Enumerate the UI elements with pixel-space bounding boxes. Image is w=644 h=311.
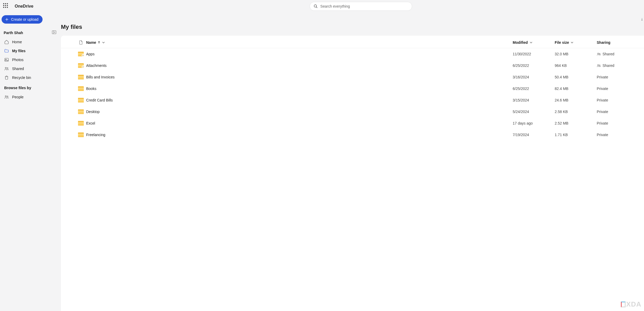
file-name: Excel <box>86 121 513 125</box>
file-row[interactable]: Desktop5/24/20242.58 KBPrivate <box>61 106 644 117</box>
svg-rect-6 <box>5 58 8 61</box>
folder-icon <box>78 98 84 103</box>
folder-icon <box>78 109 84 114</box>
svg-point-11 <box>7 96 8 97</box>
file-size: 2.52 MB <box>555 121 597 125</box>
file-modified: 6/25/2022 <box>513 87 555 91</box>
file-sharing: Private <box>597 87 639 91</box>
nav-item-home[interactable]: Home <box>2 37 59 46</box>
svg-point-0 <box>314 5 316 7</box>
search-icon <box>314 4 318 8</box>
collapse-sidebar-icon[interactable] <box>52 30 56 35</box>
nav-label: Shared <box>12 67 24 71</box>
file-row[interactable]: Books6/25/202282.4 MBPrivate <box>61 83 644 94</box>
file-modified: 3/16/2024 <box>513 75 555 79</box>
shared-badge-icon <box>82 66 85 68</box>
folder-icon <box>4 49 9 53</box>
svg-point-9 <box>7 68 8 69</box>
app-launcher-icon[interactable] <box>3 3 9 9</box>
file-modified: 5/24/2024 <box>513 110 555 114</box>
file-sharing: Private <box>597 98 639 102</box>
column-label: Name <box>86 40 96 45</box>
recycle-icon <box>4 75 9 80</box>
user-name: Parth Shah <box>4 31 23 35</box>
page-title: My files <box>61 13 644 36</box>
people-icon <box>4 95 9 99</box>
file-row[interactable]: Attachments6/25/2022964 KBShared <box>61 60 644 71</box>
home-icon <box>4 40 9 44</box>
svg-point-17 <box>83 67 84 67</box>
file-size: 50.4 MB <box>555 75 597 79</box>
download-arrow-icon[interactable]: ↓ <box>641 17 643 22</box>
file-sharing: Private <box>597 75 639 79</box>
column-header-modified[interactable]: Modified <box>513 40 555 45</box>
file-sharing: Shared <box>597 63 639 68</box>
watermark-text: XDA <box>626 300 641 308</box>
nav-item-shared[interactable]: Shared <box>2 64 59 73</box>
file-name: Attachments <box>86 63 513 68</box>
browse-section-title: Browse files by <box>2 82 59 92</box>
folder-icon <box>78 75 84 79</box>
file-listing: Name Modified File size Sharing <box>61 36 644 311</box>
sidebar: Create or upload Parth Shah Home My file… <box>0 13 61 311</box>
svg-point-14 <box>598 53 599 54</box>
watermark: XDA <box>621 300 641 308</box>
folder-icon <box>78 63 84 68</box>
svg-point-19 <box>599 65 600 66</box>
file-row[interactable]: Apps11/30/202232.0 MBShared <box>61 48 644 60</box>
file-sharing: Private <box>597 110 639 114</box>
file-sharing: Private <box>597 121 639 125</box>
chevron-down-icon <box>102 41 105 44</box>
svg-line-1 <box>316 7 317 8</box>
topbar: OneDrive <box>0 0 644 13</box>
column-label: File size <box>555 40 569 45</box>
nav-label: People <box>12 95 24 99</box>
create-upload-label: Create or upload <box>11 17 38 22</box>
file-size: 2.58 KB <box>555 110 597 114</box>
photos-icon <box>4 57 9 62</box>
column-label: Modified <box>513 40 528 45</box>
column-header-sharing[interactable]: Sharing <box>597 40 639 45</box>
column-header-name[interactable]: Name <box>86 40 513 45</box>
svg-point-12 <box>82 55 83 55</box>
search-box[interactable] <box>310 2 412 11</box>
nav-item-people[interactable]: People <box>2 93 59 101</box>
nav-item-recycle-bin[interactable]: Recycle bin <box>2 73 59 82</box>
nav-label: Recycle bin <box>12 76 31 80</box>
svg-point-13 <box>83 55 84 56</box>
file-name: Books <box>86 87 513 91</box>
file-row[interactable]: Credit Card Bills3/15/202424.6 MBPrivate <box>61 94 644 106</box>
chevron-down-icon <box>529 41 533 44</box>
file-modified: 17 days ago <box>513 121 555 125</box>
file-modified: 3/15/2024 <box>513 98 555 102</box>
folder-icon <box>78 52 84 56</box>
file-name: Desktop <box>86 110 513 114</box>
folder-icon <box>78 121 84 126</box>
file-name: Bills and Invoices <box>86 75 513 79</box>
plus-icon <box>5 17 9 22</box>
file-sharing: Private <box>597 133 639 137</box>
folder-icon <box>78 132 84 137</box>
file-modified: 7/19/2024 <box>513 133 555 137</box>
file-row[interactable]: Excel17 days ago2.52 MBPrivate <box>61 117 644 129</box>
create-upload-button[interactable]: Create or upload <box>2 15 43 24</box>
primary-nav: Home My files Photos Shared Recycle bin <box>2 37 59 82</box>
watermark-logo-icon <box>621 302 626 307</box>
file-row[interactable]: Freelancing7/19/20241.71 KBPrivate <box>61 129 644 141</box>
column-label: Sharing <box>597 40 610 45</box>
file-size: 32.0 MB <box>555 52 597 56</box>
file-size: 1.71 KB <box>555 133 597 137</box>
file-row[interactable]: Bills and Invoices3/16/202450.4 MBPrivat… <box>61 71 644 83</box>
file-name: Apps <box>86 52 513 56</box>
column-header-size[interactable]: File size <box>555 40 597 45</box>
nav-item-photos[interactable]: Photos <box>2 55 59 64</box>
nav-item-my-files[interactable]: My files <box>2 46 59 55</box>
file-size: 964 KB <box>555 63 597 68</box>
svg-point-8 <box>5 67 7 69</box>
file-type-column-icon[interactable] <box>76 40 86 45</box>
search-input[interactable] <box>320 4 408 8</box>
chevron-down-icon <box>570 41 574 44</box>
file-size: 82.4 MB <box>555 87 597 91</box>
shared-badge-icon <box>82 54 85 57</box>
sort-asc-icon <box>98 41 100 44</box>
